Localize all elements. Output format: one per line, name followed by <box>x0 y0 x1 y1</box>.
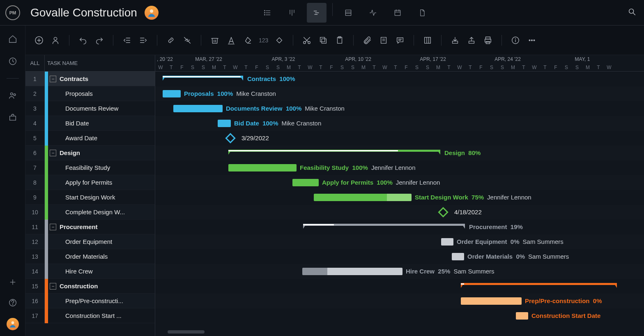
collapse-toggle-icon[interactable]: − <box>50 224 56 230</box>
text-style-icon[interactable] <box>226 35 237 46</box>
task-row[interactable]: 1 − Contracts <box>25 72 155 86</box>
undo-icon[interactable] <box>78 35 88 46</box>
recent-icon[interactable] <box>7 56 18 67</box>
summary-bar[interactable] <box>228 150 440 153</box>
clear-format-icon[interactable] <box>242 35 253 46</box>
summary-bar[interactable] <box>461 283 617 286</box>
team-icon[interactable] <box>7 90 18 101</box>
cut-icon[interactable] <box>301 35 312 46</box>
more-icon[interactable] <box>527 35 537 46</box>
svg-line-21 <box>633 13 635 15</box>
redo-icon[interactable] <box>94 35 105 46</box>
task-row[interactable]: 6 − Design <box>25 146 155 160</box>
task-bar[interactable] <box>163 90 181 97</box>
paste-icon[interactable] <box>334 35 345 46</box>
attach-icon[interactable] <box>362 35 373 46</box>
import-icon[interactable] <box>450 35 460 46</box>
print-icon[interactable] <box>483 35 493 46</box>
task-bar[interactable] <box>461 297 522 305</box>
columns-icon[interactable] <box>422 35 433 46</box>
summary-bar[interactable] <box>303 224 465 227</box>
task-name: Procurement <box>60 223 155 230</box>
task-row[interactable]: 2 Proposals <box>25 86 155 101</box>
task-row[interactable]: 5 Award Date <box>25 131 155 146</box>
day-label: T <box>390 65 401 70</box>
portfolio-icon[interactable] <box>7 112 18 123</box>
unlink-icon[interactable] <box>182 35 193 46</box>
collapse-toggle-icon[interactable]: − <box>50 150 56 156</box>
summary-bar[interactable] <box>163 76 243 79</box>
gantt-chart[interactable]: , 20 '22MAR, 27 '22APR, 3 '22APR, 10 '22… <box>155 55 644 336</box>
week-label: MAR, 27 '22 <box>195 56 222 62</box>
outdent-icon[interactable] <box>122 35 132 46</box>
collapse-toggle-icon[interactable]: − <box>50 283 56 290</box>
row-number: 16 <box>25 298 44 304</box>
view-activity-icon[interactable] <box>363 3 383 23</box>
comment-icon[interactable] <box>395 35 405 46</box>
number-input[interactable]: 123 <box>259 37 268 44</box>
col-task-name[interactable]: TASK NAME <box>45 60 155 66</box>
task-row[interactable]: 3 Documents Review <box>25 101 155 116</box>
task-bar[interactable] <box>452 253 464 260</box>
bar-label: Design 80% <box>444 149 481 156</box>
view-list-icon[interactable] <box>258 3 277 23</box>
col-all[interactable]: ALL <box>25 60 44 66</box>
indent-icon[interactable] <box>138 35 149 46</box>
link-icon[interactable] <box>166 35 176 46</box>
task-bar[interactable] <box>314 194 412 201</box>
copy-icon[interactable] <box>318 35 329 46</box>
view-gantt-icon[interactable] <box>307 3 327 23</box>
day-label: F <box>326 65 337 70</box>
assign-icon[interactable] <box>50 35 61 46</box>
task-row[interactable]: 7 Feasibility Study <box>25 160 155 175</box>
task-bar[interactable] <box>228 164 297 171</box>
task-row[interactable]: 4 Bid Date <box>25 116 155 131</box>
svg-rect-48 <box>277 37 282 43</box>
view-calendar-icon[interactable] <box>388 3 407 23</box>
task-row[interactable]: 16 Prep/Pre-constructi... <box>25 294 155 308</box>
help-icon[interactable] <box>7 297 18 308</box>
export-icon[interactable] <box>466 35 477 46</box>
task-bar[interactable] <box>173 105 223 112</box>
task-bar[interactable] <box>302 268 402 275</box>
task-row[interactable]: 9 Start Design Work <box>25 190 155 205</box>
svg-point-5 <box>264 12 265 13</box>
milestone-icon[interactable] <box>274 35 285 46</box>
task-row[interactable]: 12 Order Equipment <box>25 234 155 249</box>
notes-icon[interactable] <box>378 35 389 46</box>
search-button[interactable] <box>628 7 637 18</box>
task-row[interactable]: 8 Apply for Permits <box>25 175 155 190</box>
view-board-icon[interactable] <box>282 3 302 23</box>
bar-label: Bid Date 100%Mike Cranston <box>234 120 321 127</box>
project-avatar[interactable] <box>145 6 159 20</box>
delete-icon[interactable] <box>209 35 220 46</box>
app-logo[interactable]: PM <box>0 5 25 20</box>
task-name: Award Date <box>65 134 155 141</box>
color-stripe <box>45 72 48 86</box>
info-icon[interactable] <box>510 35 521 46</box>
task-bar[interactable] <box>292 179 319 186</box>
task-row[interactable]: 11 − Procurement <box>25 220 155 234</box>
add-task-icon[interactable] <box>34 35 44 46</box>
task-row[interactable]: 17 Construction Start ... <box>25 308 155 323</box>
task-row[interactable]: 13 Order Materials <box>25 249 155 264</box>
day-label: T <box>241 65 251 70</box>
horizontal-scrollbar[interactable] <box>168 330 205 334</box>
milestone-marker[interactable] <box>438 207 448 217</box>
project-title[interactable]: Govalle Construction <box>30 6 137 19</box>
home-icon[interactable] <box>7 34 18 44</box>
user-avatar[interactable] <box>7 318 19 330</box>
task-bar[interactable] <box>516 312 528 320</box>
task-bar[interactable] <box>441 238 453 246</box>
task-row[interactable]: 10 Complete Design W... <box>25 205 155 220</box>
add-icon[interactable] <box>7 277 18 287</box>
svg-rect-54 <box>320 37 325 42</box>
task-row[interactable]: 14 Hire Crew <box>25 264 155 279</box>
view-sheet-icon[interactable] <box>338 3 358 23</box>
task-bar[interactable] <box>218 120 231 127</box>
task-row[interactable]: 15 − Construction <box>25 279 155 294</box>
task-name: Construction <box>60 283 155 290</box>
view-file-icon[interactable] <box>412 3 432 23</box>
collapse-toggle-icon[interactable]: − <box>50 76 56 82</box>
milestone-marker[interactable] <box>225 133 235 143</box>
